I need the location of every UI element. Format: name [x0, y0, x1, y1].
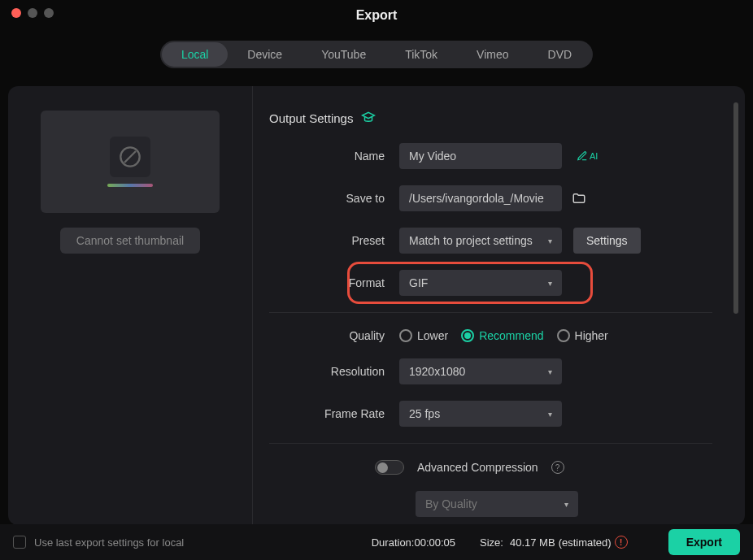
tab-local[interactable]: Local — [162, 42, 228, 67]
resolution-label: Resolution — [269, 365, 399, 378]
size-info: Size: 40.17 MB (estimated) ! — [480, 536, 628, 549]
education-icon — [361, 111, 376, 125]
tab-dvd[interactable]: DVD — [529, 42, 592, 67]
preset-value: Match to project settings — [409, 234, 533, 247]
svg-line-1 — [124, 151, 136, 163]
advanced-compression-label: Advanced Compression — [417, 461, 538, 474]
compression-mode-row: By Quality ▾ — [285, 491, 712, 517]
quality-label: Quality — [269, 329, 399, 342]
name-input[interactable] — [399, 143, 562, 169]
divider — [269, 443, 712, 444]
tab-vimeo[interactable]: Vimeo — [457, 42, 528, 67]
footer-bar: Use last export settings for local Durat… — [0, 524, 753, 560]
saveto-label: Save to — [269, 192, 399, 205]
chevron-down-icon: ▾ — [548, 279, 552, 288]
quality-row: Quality Lower Recommend Higher — [269, 329, 712, 342]
framerate-select[interactable]: 25 fps ▾ — [399, 401, 562, 427]
export-tabs: Local Device YouTube TikTok Vimeo DVD — [160, 41, 593, 68]
saveto-row: Save to /Users/ivangordola_/Movie — [269, 185, 712, 211]
format-value: GIF — [409, 276, 428, 289]
framerate-row: Frame Rate 25 fps ▾ — [269, 401, 712, 427]
format-row: Format GIF ▾ — [269, 270, 712, 296]
saveto-path[interactable]: /Users/ivangordola_/Movie — [399, 185, 562, 211]
compression-mode-select: By Quality ▾ — [416, 491, 578, 517]
quality-recommend-radio[interactable]: Recommend — [461, 329, 543, 342]
use-last-settings-checkbox[interactable] — [13, 536, 26, 549]
chevron-down-icon: ▾ — [548, 410, 552, 419]
dialog-title: Export — [0, 0, 753, 23]
minimize-window-button[interactable] — [28, 8, 37, 18]
quality-lower-radio[interactable]: Lower — [399, 329, 448, 342]
framerate-value: 25 fps — [409, 407, 440, 420]
format-select[interactable]: GIF ▾ — [399, 270, 562, 296]
help-icon[interactable]: ? — [551, 461, 564, 474]
preset-label: Preset — [269, 234, 399, 247]
preset-row: Preset Match to project settings ▾ Setti… — [269, 228, 712, 254]
thumbnail-preview — [41, 111, 220, 213]
export-button[interactable]: Export — [668, 529, 740, 555]
browse-folder-button[interactable] — [572, 191, 586, 206]
tab-device[interactable]: Device — [228, 42, 302, 67]
use-last-settings-label: Use last export settings for local — [34, 536, 184, 549]
duration-info: Duration:00:00:05 — [372, 536, 455, 549]
settings-scrollbar[interactable] — [733, 102, 738, 411]
preset-select[interactable]: Match to project settings ▾ — [399, 228, 562, 254]
tab-tiktok[interactable]: TikTok — [385, 42, 457, 67]
thumbnail-caption: Cannot set thumbnail — [60, 228, 200, 254]
resolution-value: 1920x1080 — [409, 365, 465, 378]
ai-name-button[interactable]: AI — [577, 150, 598, 162]
resolution-select[interactable]: 1920x1080 ▾ — [399, 358, 562, 384]
framerate-label: Frame Rate — [269, 407, 399, 420]
main-panel: Cannot set thumbnail Output Settings Nam… — [8, 86, 745, 525]
close-window-button[interactable] — [11, 8, 21, 18]
maximize-window-button[interactable] — [44, 8, 54, 18]
no-thumbnail-icon — [110, 137, 150, 177]
preset-settings-button[interactable]: Settings — [573, 228, 641, 254]
warning-icon[interactable]: ! — [615, 536, 628, 549]
chevron-down-icon: ▾ — [548, 237, 552, 245]
scrollbar-thumb[interactable] — [733, 102, 738, 314]
name-label: Name — [269, 150, 399, 163]
name-row: Name AI — [269, 143, 712, 169]
ai-label: AI — [590, 151, 598, 161]
resolution-row: Resolution 1920x1080 ▾ — [269, 358, 712, 384]
format-label: Format — [269, 276, 399, 289]
output-settings-heading: Output Settings — [269, 111, 712, 125]
advanced-compression-row: Advanced Compression ? — [375, 460, 712, 475]
advanced-compression-toggle[interactable] — [375, 460, 404, 475]
chevron-down-icon: ▾ — [548, 367, 552, 376]
tab-youtube[interactable]: YouTube — [302, 42, 385, 67]
chevron-down-icon: ▾ — [564, 500, 568, 509]
divider — [269, 312, 712, 313]
output-settings-label: Output Settings — [269, 111, 353, 125]
footer-info: Duration:00:00:05 Size: 40.17 MB (estima… — [372, 529, 740, 555]
compression-mode-value: By Quality — [425, 497, 477, 510]
window-controls — [11, 8, 54, 18]
settings-column: Output Settings Name AI Save to /Users/i… — [252, 86, 745, 525]
thumbnail-column: Cannot set thumbnail — [8, 86, 252, 525]
quality-radio-group: Lower Recommend Higher — [399, 329, 608, 342]
quality-higher-radio[interactable]: Higher — [557, 329, 608, 342]
thumbnail-stripe — [107, 184, 153, 187]
